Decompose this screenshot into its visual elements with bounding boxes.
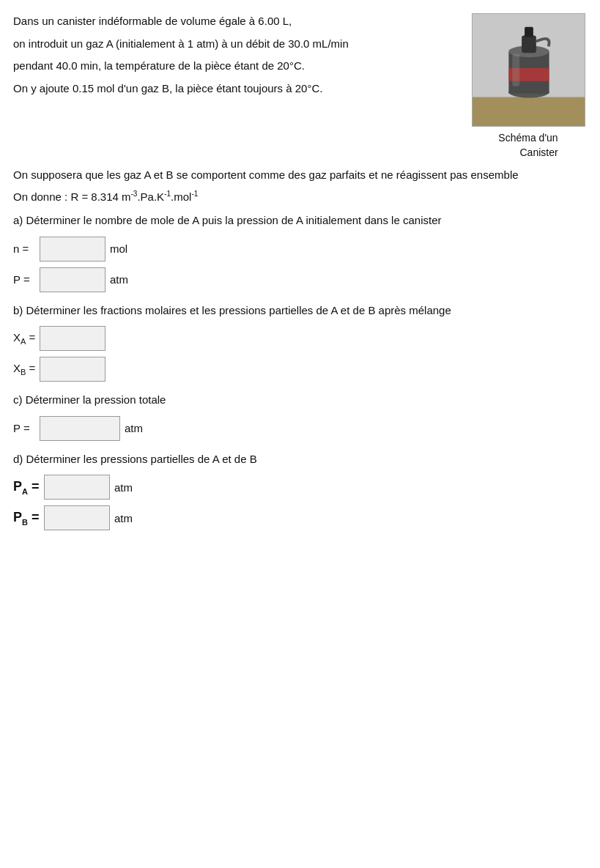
xb-field-row: XB = [13, 357, 587, 382]
xa-field-row: XA = [13, 326, 587, 351]
n-field-row: n = mol [13, 237, 587, 261]
section-d-title: d) Déterminer les pressions partielles d… [13, 451, 587, 468]
section-c-title: c) Déterminer la pression totale [13, 392, 587, 409]
pa-subscript: A [22, 486, 28, 495]
p-field-row-c: P = atm [13, 416, 587, 441]
n-input[interactable] [40, 237, 105, 261]
pa-field-row: PA = atm [13, 475, 587, 500]
p-input-c[interactable] [40, 416, 120, 441]
p-unit-c: atm [125, 422, 143, 434]
intro-line5: On supposera que les gaz A et B se compo… [13, 167, 587, 184]
section-d: d) Déterminer les pressions partielles d… [13, 451, 587, 531]
n-unit: mol [110, 242, 127, 255]
pa-label: PA = [13, 479, 40, 496]
xa-input[interactable] [40, 326, 105, 351]
section-a-title: a) Déterminer le nombre de mole de A pui… [13, 212, 587, 229]
xa-subscript: A [21, 337, 26, 346]
xb-label: XB = [13, 362, 35, 376]
pb-input[interactable] [44, 505, 110, 530]
image-caption: Schéma d'un Canister [498, 131, 558, 160]
p-input-a[interactable] [40, 267, 105, 292]
xa-label: XA = [13, 331, 35, 346]
p-unit-a: atm [110, 273, 128, 286]
intro-line6: On donne : R = 8.314 m-3.Pa.K-1.mol-1 [13, 188, 587, 206]
intro-line4: On y ajoute 0.15 mol d'un gaz B, la pièc… [13, 81, 462, 97]
section-c: c) Déterminer la pression totale P = atm [13, 392, 587, 441]
p-label-c: P = [13, 422, 35, 434]
p-field-row-a: P = atm [13, 267, 587, 292]
pb-subscript: B [22, 517, 28, 526]
pb-label: PB = [13, 510, 40, 527]
section-a: a) Déterminer le nombre de mole de A pui… [13, 212, 587, 292]
n-label: n = [13, 242, 35, 255]
intro-line1: Dans un canister indéformable de volume … [13, 13, 462, 30]
p-label-a: P = [13, 273, 35, 286]
svg-rect-6 [525, 27, 533, 37]
section-b: b) Déterminer les fractions molaires et … [13, 303, 587, 382]
section-b-title: b) Déterminer les fractions molaires et … [13, 303, 587, 319]
svg-rect-8 [512, 53, 519, 86]
svg-rect-1 [473, 97, 585, 126]
intro-line2: on introduit un gaz A (initialement à 1 … [13, 36, 462, 53]
pa-unit: atm [114, 481, 133, 494]
canister-image [472, 13, 585, 127]
pa-input[interactable] [44, 475, 110, 500]
intro-line3: pendant 40.0 min, la température de la p… [13, 58, 462, 75]
pb-field-row: PB = atm [13, 505, 587, 530]
xb-input[interactable] [40, 357, 105, 382]
pb-unit: atm [114, 512, 133, 524]
xb-subscript: B [21, 368, 26, 376]
svg-rect-5 [522, 36, 536, 53]
